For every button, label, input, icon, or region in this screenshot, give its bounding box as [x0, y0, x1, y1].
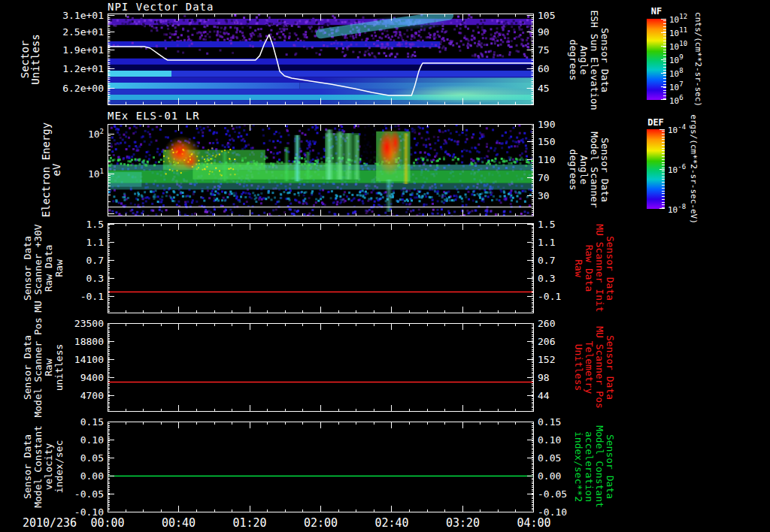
npi-vector-data-left-tick-label: 6.2e+00: [62, 82, 104, 93]
panel1-title: NPI Vector Data: [108, 1, 214, 13]
def-colorbar-tick-label: 10-4: [668, 123, 686, 135]
multi-panel-time-series-plot: NPI Vector Data MEx ELS-01 LR Sector Uni…: [0, 0, 770, 532]
model-constant-velocity-plot-canvas: [108, 422, 534, 512]
x-axis-tick-label: 02:00: [304, 516, 338, 530]
model-constant-velocity-right-tick-label: -0.05: [538, 488, 567, 499]
model-scanner-pos-right-tick-label: 152: [538, 354, 555, 365]
mu-scanner-30v-left-tick-label: 1.1: [86, 237, 104, 248]
mex-els-01-lr-right-tick-label: 70: [538, 171, 550, 183]
npi-vector-data-left-tick-label: 1.2e+01: [62, 63, 104, 74]
panel2-title: MEx ELS-01 LR: [108, 110, 200, 122]
panel4-left-axis-label: Sensor Data Model Scanner Pos Raw unitle…: [23, 317, 65, 417]
npi-vector-data-right-tick-label: 75: [538, 44, 550, 55]
npi-vector-data-left-tick-label: 3.1e+01: [62, 9, 104, 20]
nf-colorbar-units-label: cnts/(cm**2-sr-sec): [694, 12, 702, 107]
panel4-right-axis-label: Sensor Data MU Scanner Pos Telemetry Uni…: [573, 326, 615, 409]
model-scanner-pos-left-tick-label: 14100: [74, 354, 104, 365]
mex-els-01-lr-right-tick-label: 190: [538, 119, 555, 130]
els-spectrogram-canvas: [108, 124, 534, 216]
model-constant-velocity-left-tick-label: 0.15: [80, 416, 104, 428]
model-constant-velocity-right-tick-label: 0.15: [538, 416, 561, 428]
nf-colorbar-title: NF: [651, 6, 662, 17]
mu-scanner-30v-right-tick-label: 0.7: [538, 255, 555, 266]
def-colorbar-tick-label: 10-6: [668, 163, 686, 175]
def-colorbar-title: DEF: [647, 117, 664, 128]
panel1-right-axis-label: Sensor Data ESH Sun Elevation Angle degr…: [568, 10, 610, 110]
model-constant-velocity-left-tick-label: 0.05: [80, 452, 104, 464]
mu-scanner-30v-right-tick-label: 0.3: [538, 273, 555, 284]
def-colorbar: [647, 129, 665, 209]
mex-els-01-lr-right-tick-label: 110: [538, 153, 555, 165]
x-axis-date-label: 2010/236: [23, 516, 77, 530]
mu-scanner-30v-left-tick-label: 0.3: [86, 273, 104, 284]
x-axis-tick-label: 03:20: [446, 516, 480, 530]
mu-scanner-30v-left-tick-label: -0.1: [80, 291, 104, 302]
npi-vector-data-right-tick-label: 45: [538, 82, 550, 93]
mu-scanner-30v-right-tick-label: -0.1: [538, 291, 561, 302]
npi-vector-data-right-tick-label: 60: [538, 63, 550, 74]
model-scanner-pos-right-tick-label: 206: [538, 335, 555, 346]
model-scanner-pos-right-tick-label: 44: [538, 390, 550, 401]
x-axis-tick-label: 02:40: [374, 516, 408, 530]
nf-colorbar-tick-label: 107: [669, 80, 684, 92]
panel1-left-axis-label: Sector Unitless: [20, 34, 41, 84]
npi-vector-data-left-tick-label: 1.9e+01: [62, 44, 104, 55]
x-axis-tick-label: 00:40: [162, 516, 196, 530]
model-scanner-pos-right-tick-label: 260: [538, 318, 555, 329]
def-colorbar-units-label: ergs/(cm**2-sr-sec-eV): [690, 114, 698, 224]
panel3-left-axis-label: Sensor Data MU Scanner +30V Raw Data Raw: [23, 224, 65, 312]
x-axis-tick-label: 00:00: [90, 516, 124, 530]
model-scanner-pos-left-tick-label: 4700: [80, 390, 104, 401]
mu-scanner-30v-right-tick-label: 1.5: [538, 219, 555, 230]
nf-colorbar-tick-label: 106: [669, 94, 684, 106]
nf-colorbar-tick-label: 1010: [669, 40, 687, 52]
nf-colorbar-tick-label: 109: [669, 53, 684, 65]
mu-scanner-30v-left-tick-label: 1.5: [86, 219, 104, 230]
model-constant-velocity-left-tick-label: 0.10: [80, 434, 104, 445]
mex-els-01-lr-left-tick-label: 102: [88, 128, 104, 140]
mu-scanner-30v-left-tick-label: 0.7: [86, 255, 104, 266]
model-scanner-pos-plot-canvas: [108, 323, 534, 412]
npi-spectrogram-canvas: [108, 14, 534, 105]
model-constant-velocity-left-tick-label: 0.00: [80, 470, 104, 481]
model-constant-velocity-left-tick-label: -0.05: [74, 488, 104, 499]
panel2-left-axis-label: Electron Energy eV: [41, 122, 62, 217]
npi-vector-data-right-tick-label: 105: [538, 9, 555, 20]
x-axis-tick-label: 01:20: [232, 516, 266, 530]
npi-vector-data-left-tick-label: 2.5e+01: [62, 26, 104, 38]
nf-colorbar-tick-label: 108: [669, 67, 684, 79]
nf-colorbar-tick-label: 1012: [669, 13, 687, 25]
model-constant-velocity-right-tick-label: 0.05: [538, 452, 561, 464]
def-colorbar-tick-label: 10-8: [668, 203, 686, 215]
mex-els-01-lr-left-tick-label: 101: [88, 168, 104, 180]
panel5-left-axis-label: Sensor Data Model Constant velocity inde…: [23, 425, 65, 508]
model-scanner-pos-left-tick-label: 9400: [80, 371, 104, 382]
mu-scanner-30v-plot-canvas: [108, 223, 534, 313]
model-constant-velocity-right-tick-label: 0.10: [538, 434, 561, 445]
model-scanner-pos-left-tick-label: 18800: [74, 335, 104, 346]
panel5-right-axis-label: Sensor Data Model Constant acceleration …: [573, 425, 615, 508]
model-scanner-pos-left-tick-label: 23500: [74, 318, 104, 329]
nf-colorbar: [647, 19, 666, 100]
mex-els-01-lr-right-tick-label: 30: [538, 189, 550, 201]
nf-colorbar-tick-label: 1011: [669, 26, 687, 38]
model-constant-velocity-right-tick-label: 0.00: [538, 470, 561, 481]
model-scanner-pos-right-tick-label: 98: [538, 371, 550, 382]
panel3-right-axis-label: Sensor Data MU Scanner Init Raw Data Raw: [573, 224, 615, 312]
mex-els-01-lr-right-tick-label: 150: [538, 136, 555, 147]
mu-scanner-30v-right-tick-label: 1.1: [538, 237, 555, 248]
panel2-right-axis-label: Sensor Data Model Scanner Angle degrees: [568, 131, 610, 208]
npi-vector-data-right-tick-label: 90: [538, 26, 550, 38]
x-axis-tick-label: 04:00: [517, 516, 550, 530]
